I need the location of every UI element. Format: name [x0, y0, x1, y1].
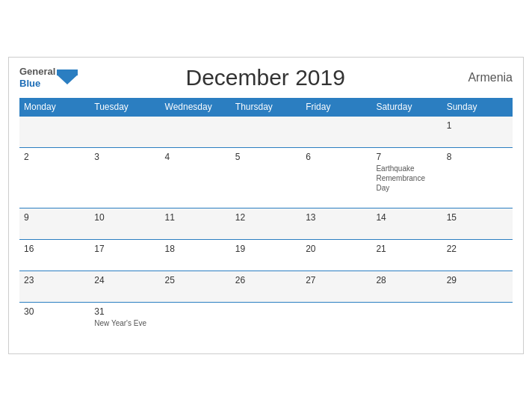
day-number: 28 [376, 275, 437, 285]
calendar-cell: 28 [371, 271, 442, 303]
logo-flag-icon [57, 69, 78, 86]
weekday-header: Friday [301, 98, 371, 117]
calendar-cell [231, 303, 301, 344]
day-number: 11 [165, 212, 226, 223]
day-number: 15 [447, 212, 508, 223]
day-number: 31 [94, 306, 155, 317]
calendar-cell: 5 [231, 148, 301, 208]
calendar-row: 23242526272829 [19, 271, 513, 303]
calendar-cell: 12 [231, 208, 301, 240]
svg-marker-1 [57, 75, 78, 84]
calendar-cell: 17 [90, 240, 160, 271]
day-number: 14 [376, 212, 437, 223]
calendar-cell: 10 [90, 208, 160, 240]
calendar-cell: 15 [442, 208, 513, 240]
day-number: 23 [24, 275, 85, 285]
calendar-cell: 11 [161, 208, 231, 240]
day-number: 24 [94, 275, 155, 285]
day-number: 5 [235, 152, 297, 162]
calendar-cell: 29 [442, 271, 513, 303]
weekday-header: Monday [19, 98, 90, 117]
weekday-header: Wednesday [161, 98, 231, 117]
event-label: New Year's Eve [94, 318, 155, 328]
calendar-cell [161, 303, 231, 344]
day-number: 17 [94, 244, 155, 254]
calendar-row: 3031New Year's Eve [19, 303, 513, 344]
calendar-row: 1 [19, 117, 513, 148]
day-number: 9 [24, 212, 85, 223]
calendar-cell [19, 117, 90, 148]
calendar-cell: 26 [231, 271, 301, 303]
country-label: Armenia [453, 71, 513, 84]
day-number: 13 [306, 212, 367, 223]
day-number: 22 [447, 244, 508, 254]
logo: General Blue [19, 66, 78, 89]
calendar-cell: 7Earthquake Remembrance Day [371, 148, 442, 208]
calendar-cell [371, 117, 442, 148]
day-number: 8 [447, 152, 508, 162]
month-title: December 2019 [78, 65, 453, 90]
calendar-cell [231, 117, 301, 148]
day-number: 26 [235, 275, 297, 285]
calendar-cell [90, 117, 160, 148]
day-number: 30 [24, 306, 85, 317]
weekday-header: Saturday [371, 98, 442, 117]
day-number: 16 [24, 244, 85, 254]
weekday-header: Tuesday [90, 98, 160, 117]
calendar-cell: 22 [442, 240, 513, 271]
calendar-cell: 14 [371, 208, 442, 240]
calendar-cell: 16 [19, 240, 90, 271]
calendar-cell: 23 [19, 271, 90, 303]
calendar-cell [371, 303, 442, 344]
day-number: 20 [306, 244, 367, 254]
calendar-cell: 27 [301, 271, 371, 303]
calendar-cell [442, 303, 513, 344]
day-number: 21 [376, 244, 437, 254]
calendar-row: 234567Earthquake Remembrance Day8 [19, 148, 513, 208]
calendar-cell: 25 [161, 271, 231, 303]
weekday-header-row: MondayTuesdayWednesdayThursdayFridaySatu… [19, 98, 513, 117]
calendar-header: General Blue December 2019 Armenia [19, 65, 513, 90]
calendar-cell: 13 [301, 208, 371, 240]
calendar-table: MondayTuesdayWednesdayThursdayFridaySatu… [19, 98, 513, 343]
calendar-cell: 6 [301, 148, 371, 208]
calendar-cell: 8 [442, 148, 513, 208]
event-label: Earthquake Remembrance Day [376, 164, 437, 193]
calendar-cell: 20 [301, 240, 371, 271]
logo-blue-text: Blue [19, 78, 40, 89]
day-number: 12 [235, 212, 297, 223]
day-number: 25 [165, 275, 226, 285]
calendar-cell: 24 [90, 271, 160, 303]
calendar-row: 9101112131415 [19, 208, 513, 240]
day-number: 10 [94, 212, 155, 223]
day-number: 4 [165, 152, 226, 162]
calendar-container: General Blue December 2019 Armenia Monda… [8, 57, 524, 354]
day-number: 7 [376, 152, 437, 162]
day-number: 3 [94, 152, 155, 162]
day-number: 29 [447, 275, 508, 285]
day-number: 6 [306, 152, 367, 162]
day-number: 27 [306, 275, 367, 285]
calendar-cell [301, 117, 371, 148]
svg-marker-0 [57, 69, 78, 75]
calendar-cell: 3 [90, 148, 160, 208]
calendar-cell: 30 [19, 303, 90, 344]
calendar-cell: 4 [161, 148, 231, 208]
calendar-row: 16171819202122 [19, 240, 513, 271]
calendar-cell: 9 [19, 208, 90, 240]
calendar-cell: 18 [161, 240, 231, 271]
weekday-header: Sunday [442, 98, 513, 117]
calendar-cell: 2 [19, 148, 90, 208]
calendar-cell: 1 [442, 117, 513, 148]
logo-general-text: General [19, 66, 55, 77]
day-number: 18 [165, 244, 226, 254]
calendar-cell [161, 117, 231, 148]
weekday-header: Thursday [231, 98, 301, 117]
calendar-cell: 31New Year's Eve [90, 303, 160, 344]
calendar-cell [301, 303, 371, 344]
day-number: 2 [24, 152, 85, 162]
day-number: 19 [235, 244, 297, 254]
calendar-cell: 19 [231, 240, 301, 271]
calendar-cell: 21 [371, 240, 442, 271]
day-number: 1 [447, 120, 508, 131]
